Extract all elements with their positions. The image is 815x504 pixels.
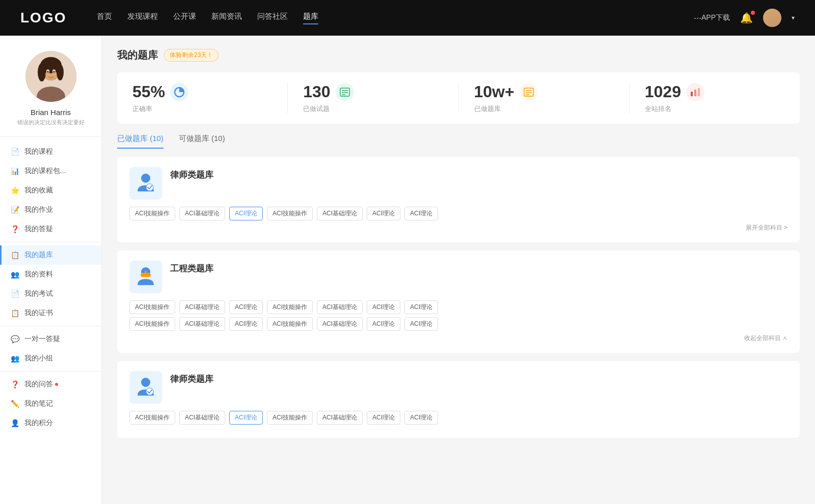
- sidebar-label-course-pkg: 我的课程包...: [24, 166, 66, 176]
- qbank-title-lawyer2: 律师类题库: [170, 373, 213, 385]
- svg-point-30: [141, 378, 150, 387]
- tag[interactable]: ACI技能操作: [267, 317, 313, 331]
- sidebar-label-cert: 我的证书: [24, 309, 53, 318]
- tags-row1: ACI技能操作ACI基础理论ACI理论ACI技能操作ACI基础理论ACI理论AC…: [129, 300, 787, 314]
- nav-link-新闻资讯[interactable]: 新闻资讯: [211, 12, 242, 24]
- tag[interactable]: ACI理论: [404, 411, 438, 425]
- stat-icon-1: [336, 83, 354, 101]
- nav-link-发现课程[interactable]: 发现课程: [127, 12, 158, 24]
- tag[interactable]: ACI技能操作: [267, 300, 313, 314]
- sidebar-item-qbank[interactable]: 📋 我的题库: [0, 245, 101, 265]
- stat-value-2: 10w+: [474, 82, 514, 101]
- qbank-card-lawyer1: 律师类题库 ACI技能操作ACI基础理论ACI理论ACI技能操作ACI基础理论A…: [117, 157, 800, 242]
- notification-bell[interactable]: 🔔: [740, 12, 753, 24]
- sidebar-label-group: 我的小组: [24, 354, 53, 363]
- tag[interactable]: ACI技能操作: [129, 317, 175, 331]
- sidebar-item-exam[interactable]: 📄 我的考试: [0, 284, 101, 303]
- qbank-icon-lawyer2: [129, 371, 162, 404]
- sidebar-item-myq[interactable]: ❓ 我的问答: [0, 375, 101, 394]
- qbanks-container: 律师类题库 ACI技能操作ACI基础理论ACI理论ACI技能操作ACI基础理论A…: [117, 157, 800, 438]
- sidebar-item-profile2[interactable]: 👥 我的资料: [0, 265, 101, 284]
- tag[interactable]: ACI理论: [404, 300, 438, 314]
- tab-1[interactable]: 可做题库 (10): [179, 134, 225, 149]
- sidebar-menu: 📄 我的课程 📊 我的课程包... ⭐ 我的收藏 📝 我的作业 ❓ 我的答疑 📋…: [0, 137, 101, 438]
- tag[interactable]: ACI基础理论: [179, 317, 225, 331]
- sidebar-icon-homework: 📝: [10, 205, 19, 214]
- main-container: Brian Harris 错误的决定比没有决定要好 📄 我的课程 📊 我的课程包…: [0, 36, 815, 504]
- sidebar-item-homework[interactable]: 📝 我的作业: [0, 200, 101, 219]
- sidebar-icon-questions: ❓: [10, 225, 19, 234]
- tag[interactable]: ACI基础理论: [317, 317, 363, 331]
- sidebar-icon-favorites: ⭐: [10, 186, 19, 195]
- tag[interactable]: ACI基础理论: [317, 300, 363, 314]
- engineer-icon-svg: [135, 266, 156, 288]
- nav-link-公开课[interactable]: 公开课: [173, 12, 196, 24]
- sidebar-label-profile2: 我的资料: [24, 270, 53, 279]
- profile-avatar: [25, 51, 76, 102]
- svg-rect-29: [145, 271, 147, 274]
- collapse-link[interactable]: 收起全部科目 ∧: [129, 334, 787, 343]
- tag[interactable]: ACI理论: [229, 411, 263, 425]
- tag[interactable]: ACI理论: [367, 300, 400, 314]
- sidebar-item-questions[interactable]: ❓ 我的答疑: [0, 219, 101, 239]
- tag[interactable]: ACI理论: [229, 317, 263, 331]
- sidebar-item-course[interactable]: 📄 我的课程: [0, 142, 101, 161]
- sidebar-icon-myq: ❓: [10, 380, 19, 389]
- nav-link-问答社区[interactable]: 问答社区: [257, 12, 288, 24]
- svg-point-12: [51, 72, 57, 77]
- sidebar-item-cert[interactable]: 📋 我的证书: [0, 303, 101, 323]
- tag[interactable]: ACI技能操作: [129, 411, 175, 425]
- tag[interactable]: ACI理论: [367, 207, 400, 220]
- sidebar-icon-qbank: 📋: [10, 250, 19, 260]
- tag[interactable]: ACI基础理论: [317, 411, 363, 425]
- sidebar-icon-exam: 📄: [10, 289, 19, 298]
- tags-row-lawyer2: ACI技能操作ACI基础理论ACI理论ACI技能操作ACI基础理论ACI理论AC…: [129, 411, 787, 425]
- nav-more[interactable]: ···: [694, 13, 701, 23]
- tab-0[interactable]: 已做题库 (10): [117, 134, 164, 149]
- tabs-row: 已做题库 (10)可做题库 (10): [117, 134, 800, 149]
- sidebar-divider: [0, 242, 101, 242]
- stats-row: 55% 正确率 130 已做试题 10w+ 已做题库 1029 全站排名: [117, 72, 800, 124]
- sidebar-item-group[interactable]: 👥 我的小组: [0, 349, 101, 368]
- svg-point-6: [57, 64, 64, 80]
- tag[interactable]: ACI理论: [404, 207, 438, 220]
- sidebar-divider: [0, 371, 101, 372]
- tag[interactable]: ACI技能操作: [129, 207, 175, 220]
- tag[interactable]: ACI基础理论: [179, 300, 225, 314]
- nav-logo[interactable]: LOGO: [20, 10, 66, 26]
- stat-icon-2: [520, 83, 538, 101]
- avatar-dropdown-chevron[interactable]: ▾: [792, 14, 795, 21]
- profile-name: Brian Harris: [31, 108, 71, 117]
- tag[interactable]: ACI基础理论: [317, 207, 363, 220]
- qbank-icon-lawyer1: [129, 167, 162, 200]
- sidebar-label-myq: 我的问答: [24, 380, 53, 389]
- sidebar-icon-points: 👤: [10, 418, 19, 428]
- profile-motto: 错误的决定比没有决定要好: [17, 119, 85, 126]
- tag[interactable]: ACI技能操作: [129, 300, 175, 314]
- tag[interactable]: ACI理论: [367, 411, 400, 425]
- sidebar-item-favorites[interactable]: ⭐ 我的收藏: [0, 181, 101, 200]
- notification-dot: [751, 11, 755, 15]
- menu-notification-dot: [55, 383, 58, 386]
- tag[interactable]: ACI基础理论: [179, 411, 225, 425]
- avatar-image: [763, 9, 781, 27]
- tag[interactable]: ACI基础理论: [179, 207, 225, 220]
- tag[interactable]: ACI理论: [229, 300, 263, 314]
- tag[interactable]: ACI理论: [229, 207, 263, 220]
- sidebar-item-points[interactable]: 👤 我的积分: [0, 413, 101, 433]
- user-avatar[interactable]: [763, 9, 781, 27]
- nav-link-题库[interactable]: 题库: [303, 12, 318, 24]
- sidebar-item-course-pkg[interactable]: 📊 我的课程包...: [0, 161, 101, 181]
- expand-link-lawyer1[interactable]: 展开全部科目 >: [129, 223, 787, 232]
- qbank-header-lawyer2: 律师类题库: [129, 371, 787, 404]
- nav-link-首页[interactable]: 首页: [97, 12, 112, 24]
- sidebar-item-tutor[interactable]: 💬 一对一答疑: [0, 329, 101, 349]
- tag[interactable]: ACI理论: [367, 317, 400, 331]
- tag[interactable]: ACI技能操作: [267, 207, 313, 220]
- app-download-link[interactable]: APP下载: [701, 13, 730, 22]
- tag[interactable]: ACI技能操作: [267, 411, 313, 425]
- tag[interactable]: ACI理论: [404, 317, 438, 331]
- stat-label-0: 正确率: [132, 104, 272, 114]
- qbank-header-lawyer1: 律师类题库: [129, 167, 787, 200]
- sidebar-item-notes[interactable]: ✏️ 我的笔记: [0, 394, 101, 413]
